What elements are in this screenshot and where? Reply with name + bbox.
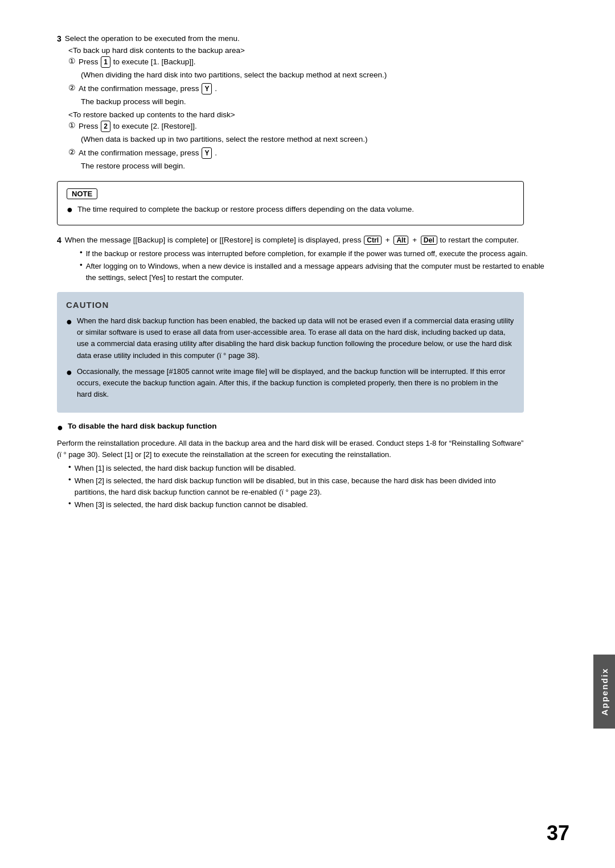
caution-item-2: ● Occasionally, the message [#1805 canno… <box>66 366 515 400</box>
key-y-backup: Y <box>202 83 212 94</box>
disable-para1: Perform the reinstallation procedure. Al… <box>57 438 524 460</box>
restore-header: <To restore backed up contents to the ha… <box>68 110 547 119</box>
backup-step1-sub: (When dividing the hard disk into two pa… <box>81 69 547 81</box>
note-bullet-1: ● <box>67 204 73 216</box>
page-wrapper: Appendix 37 3 Select the operation to be… <box>0 0 615 868</box>
disable-sub-3-icon: • <box>68 499 71 508</box>
step4-bullet-2-icon: • <box>80 261 83 269</box>
restore-step-2: ② At the confirmation message, press Y . <box>68 147 547 159</box>
page-number: 37 <box>547 821 569 845</box>
disable-sub-3: • When [3] is selected, the hard disk ba… <box>68 499 524 511</box>
appendix-label: Appendix <box>600 668 609 715</box>
key-1: 1 <box>101 56 110 68</box>
step-4-text: When the message [[Backup] is complete] … <box>65 236 519 245</box>
disable-sub-2: • When [2] is selected, the hard disk ba… <box>68 475 524 497</box>
disable-sub-3-text: When [3] is selected, the hard disk back… <box>75 499 308 511</box>
disable-sub-1-icon: • <box>68 463 71 471</box>
step4-bullet-1-icon: • <box>80 248 83 257</box>
main-content: 3 Select the operation to be executed fr… <box>57 34 547 511</box>
note-text-1: The time required to complete the backup… <box>77 204 414 215</box>
disable-sub-2-text: When [2] is selected, the hard disk back… <box>75 475 524 497</box>
caution-bullet-2: ● <box>66 366 72 379</box>
key-2: 2 <box>101 121 110 132</box>
disable-bullet-icon: ● <box>57 422 63 434</box>
caution-bullet-1: ● <box>66 315 72 328</box>
backup-header: <To back up hard disk contents to the ba… <box>68 46 547 55</box>
circle-num-2b: ② <box>68 147 76 157</box>
caution-item-1: ● When the hard disk backup function has… <box>66 315 515 361</box>
restore-step1-text: Press 2 to execute [2. [Restore]]. <box>79 121 197 132</box>
step4-bullet-2-text: After logging on to Windows, when a new … <box>86 261 547 283</box>
caution-text-2: Occasionally, the message [#1805 cannot … <box>77 366 515 400</box>
step-4-num: 4 <box>57 236 62 245</box>
disable-sub-1-text: When [1] is selected, the hard disk back… <box>75 463 296 474</box>
step4-bullet-1: • If the backup or restore process was i… <box>80 248 547 260</box>
caution-title: CAUTION <box>66 300 515 310</box>
step4-bullet-2: • After logging on to Windows, when a ne… <box>80 261 547 283</box>
disable-section: ● To disable the hard disk backup functi… <box>57 422 524 511</box>
step-3: 3 Select the operation to be executed fr… <box>57 34 547 172</box>
restore-step2-sub: The restore process will begin. <box>81 161 547 172</box>
key-del: Del <box>421 236 437 245</box>
step4-bullet-1-text: If the backup or restore process was int… <box>86 248 528 260</box>
backup-step2-sub: The backup process will begin. <box>81 96 547 108</box>
disable-sub-2-icon: • <box>68 475 71 484</box>
step-3-intro: Select the operation to be executed from… <box>65 34 240 43</box>
disable-sub-1: • When [1] is selected, the hard disk ba… <box>68 463 524 474</box>
backup-step2-text: At the confirmation message, press Y . <box>79 83 217 94</box>
backup-step-2: ② At the confirmation message, press Y . <box>68 83 547 94</box>
restore-step-1: ① Press 2 to execute [2. [Restore]]. <box>68 121 547 132</box>
caution-text-1: When the hard disk backup function has b… <box>77 315 515 361</box>
step-3-header: 3 Select the operation to be executed fr… <box>57 34 547 43</box>
circle-num-2a: ② <box>68 83 76 92</box>
appendix-tab: Appendix <box>593 655 615 729</box>
note-item-1: ● The time required to complete the back… <box>67 204 514 216</box>
backup-step1-text: Press 1 to execute [1. [Backup]]. <box>79 56 196 68</box>
restore-step1-sub: (When data is backed up in two partition… <box>81 134 547 145</box>
step-4-header: 4 When the message [[Backup] is complete… <box>57 236 547 245</box>
note-box: NOTE ● The time required to complete the… <box>57 181 524 225</box>
key-y-restore: Y <box>202 147 212 159</box>
key-ctrl: Ctrl <box>364 236 382 245</box>
caution-box: CAUTION ● When the hard disk backup func… <box>57 292 524 413</box>
key-alt: Alt <box>393 236 408 245</box>
backup-step-1: ① Press 1 to execute [1. [Backup]]. <box>68 56 547 68</box>
restore-step2-text: At the confirmation message, press Y . <box>79 147 217 159</box>
circle-num-1b: ① <box>68 121 76 130</box>
step-4: 4 When the message [[Backup] is complete… <box>57 236 547 283</box>
note-title: NOTE <box>67 188 97 199</box>
disable-title: To disable the hard disk backup function <box>68 422 217 430</box>
disable-header: ● To disable the hard disk backup functi… <box>57 422 524 434</box>
step-3-num: 3 <box>57 34 62 43</box>
circle-num-1: ① <box>68 56 76 65</box>
